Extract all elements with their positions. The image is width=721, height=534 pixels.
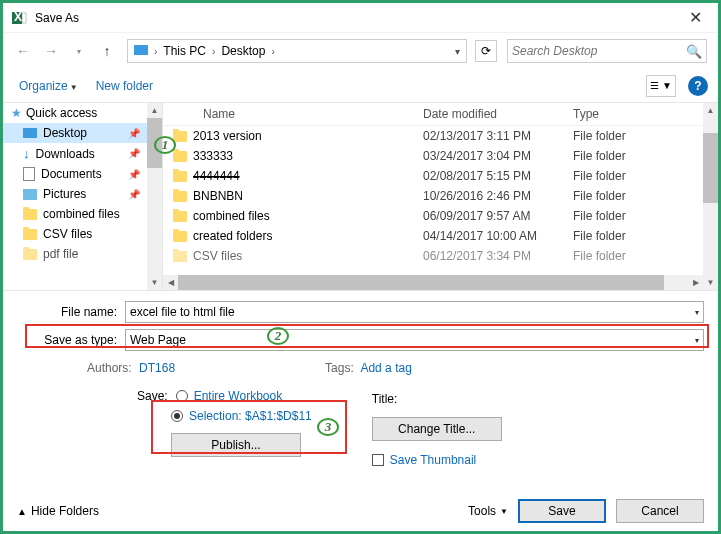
dropdown-icon[interactable]: ▾ bbox=[695, 308, 699, 317]
dropdown-icon[interactable]: ▾ bbox=[695, 336, 699, 345]
excel-icon: X bbox=[11, 10, 27, 26]
search-input[interactable] bbox=[512, 44, 686, 58]
scroll-up-icon[interactable]: ▲ bbox=[147, 103, 162, 118]
save-button[interactable]: Save bbox=[518, 499, 606, 523]
search-icon[interactable]: 🔍 bbox=[686, 44, 702, 59]
close-icon[interactable]: ✕ bbox=[681, 8, 710, 27]
title-label: Title: bbox=[372, 392, 398, 406]
sidebar-item-combined[interactable]: combined files bbox=[3, 204, 162, 224]
sidebar-item-downloads[interactable]: ↓ Downloads 📌 bbox=[3, 143, 162, 164]
address-bar[interactable]: › This PC › Desktop › ▾ bbox=[127, 39, 467, 63]
col-name[interactable]: Name bbox=[173, 107, 423, 121]
file-row[interactable]: 33333303/24/2017 3:04 PMFile folder bbox=[173, 146, 708, 166]
refresh-button[interactable]: ⟳ bbox=[475, 40, 497, 62]
scroll-down-icon[interactable]: ▼ bbox=[147, 275, 162, 290]
chevron-right-icon[interactable]: › bbox=[210, 46, 217, 57]
selection-radio[interactable] bbox=[171, 410, 183, 422]
save-label: Save: bbox=[137, 389, 168, 403]
column-headers: Name Date modified Type bbox=[163, 103, 718, 126]
col-modified[interactable]: Date modified bbox=[423, 107, 573, 121]
sidebar-item-pdf[interactable]: pdf file bbox=[3, 244, 162, 264]
save-thumbnail-label[interactable]: Save Thumbnail bbox=[390, 453, 477, 467]
file-row[interactable]: combined files06/09/2017 9:57 AMFile fol… bbox=[173, 206, 708, 226]
folder-icon bbox=[173, 131, 187, 142]
tags-value[interactable]: Add a tag bbox=[360, 361, 411, 375]
sidebar-item-csv[interactable]: CSV files bbox=[3, 224, 162, 244]
save-type-field[interactable]: Web Page ▾ bbox=[125, 329, 704, 351]
save-thumbnail-checkbox[interactable] bbox=[372, 454, 384, 466]
col-type[interactable]: Type bbox=[573, 107, 673, 121]
scroll-up-icon[interactable]: ▲ bbox=[703, 103, 718, 118]
chevron-right-icon[interactable]: › bbox=[152, 46, 159, 57]
file-name-field[interactable]: ▾ bbox=[125, 301, 704, 323]
file-row[interactable]: created folders04/14/2017 10:00 AMFile f… bbox=[173, 226, 708, 246]
up-button[interactable]: ↑ bbox=[95, 39, 119, 63]
save-type-value: Web Page bbox=[130, 333, 186, 347]
sidebar-item-pictures[interactable]: Pictures 📌 bbox=[3, 184, 162, 204]
file-row[interactable]: CSV files06/12/2017 3:34 PMFile folder bbox=[173, 246, 708, 266]
save-type-row: Save as type: Web Page ▾ bbox=[17, 329, 704, 351]
file-list: Name Date modified Type 2013 version02/1… bbox=[163, 103, 718, 290]
scroll-left-icon[interactable]: ◀ bbox=[163, 275, 178, 290]
bottom-bar: ▲ Hide Folders Tools ▼ Save Cancel bbox=[3, 491, 718, 531]
scroll-right-icon[interactable]: ▶ bbox=[688, 275, 703, 290]
svg-text:X: X bbox=[14, 10, 22, 24]
chevron-up-icon: ▲ bbox=[17, 506, 27, 517]
search-box[interactable]: 🔍 bbox=[507, 39, 707, 63]
folder-icon bbox=[173, 191, 187, 202]
cancel-button[interactable]: Cancel bbox=[616, 499, 704, 523]
new-folder-button[interactable]: New folder bbox=[90, 77, 159, 95]
file-scrollbar-h[interactable]: ◀ ▶ bbox=[163, 275, 703, 290]
sidebar-item-desktop[interactable]: Desktop 📌 bbox=[3, 123, 162, 143]
meta-row: Authors: DT168 Tags: Add a tag bbox=[17, 357, 704, 379]
scroll-thumb[interactable] bbox=[147, 118, 162, 168]
address-dropdown[interactable]: ▾ bbox=[451, 46, 464, 57]
authors-value[interactable]: DT168 bbox=[139, 361, 175, 375]
file-row[interactable]: 444444402/08/2017 5:15 PMFile folder bbox=[173, 166, 708, 186]
scroll-thumb[interactable] bbox=[703, 133, 718, 203]
tools-button[interactable]: Tools ▼ bbox=[468, 504, 508, 518]
hide-folders-button[interactable]: ▲ Hide Folders bbox=[17, 504, 99, 518]
crumb-this-pc[interactable]: This PC bbox=[159, 44, 210, 58]
organize-button[interactable]: Organize▼ bbox=[13, 77, 84, 95]
file-name-row: File name: ▾ bbox=[17, 301, 704, 323]
save-type-label: Save as type: bbox=[17, 333, 117, 347]
download-icon: ↓ bbox=[23, 146, 30, 161]
folder-icon bbox=[23, 209, 37, 220]
file-name-input[interactable] bbox=[130, 305, 695, 319]
view-options-button[interactable]: ☰ ▼ bbox=[646, 75, 676, 97]
recent-dropdown[interactable]: ▾ bbox=[67, 39, 91, 63]
scroll-thumb[interactable] bbox=[178, 275, 664, 290]
chevron-right-icon[interactable]: › bbox=[269, 46, 276, 57]
folder-icon bbox=[23, 229, 37, 240]
change-title-button[interactable]: Change Title... bbox=[372, 417, 502, 441]
folder-icon bbox=[173, 231, 187, 242]
sidebar-item-documents[interactable]: Documents 📌 bbox=[3, 164, 162, 184]
file-rows: 2013 version02/13/2017 3:11 PMFile folde… bbox=[163, 126, 718, 266]
quick-access[interactable]: ★ Quick access bbox=[3, 103, 162, 123]
pin-icon: 📌 bbox=[128, 128, 140, 139]
file-name-label: File name: bbox=[17, 305, 117, 319]
back-button[interactable]: ← bbox=[11, 39, 35, 63]
desktop-icon bbox=[23, 128, 37, 138]
folder-icon bbox=[173, 211, 187, 222]
entire-workbook-radio[interactable] bbox=[176, 390, 188, 402]
star-icon: ★ bbox=[11, 106, 22, 120]
document-icon bbox=[23, 167, 35, 181]
scroll-down-icon[interactable]: ▼ bbox=[703, 275, 718, 290]
help-icon[interactable]: ? bbox=[688, 76, 708, 96]
publish-button[interactable]: Publish... bbox=[171, 433, 301, 457]
file-row[interactable]: BNBNBN10/26/2016 2:46 PMFile folder bbox=[173, 186, 708, 206]
title-field[interactable] bbox=[403, 389, 523, 409]
selection-label[interactable]: Selection: $A$1:$D$11 bbox=[189, 409, 312, 423]
titlebar: X Save As ✕ bbox=[3, 3, 718, 33]
entire-workbook-label[interactable]: Entire Workbook bbox=[194, 389, 282, 403]
folder-icon bbox=[173, 151, 187, 162]
forward-button: → bbox=[39, 39, 63, 63]
sidebar-scrollbar[interactable]: ▲ ▼ bbox=[147, 103, 162, 290]
file-scrollbar-v[interactable]: ▲ ▼ bbox=[703, 103, 718, 290]
file-row[interactable]: 2013 version02/13/2017 3:11 PMFile folde… bbox=[173, 126, 708, 146]
crumb-desktop[interactable]: Desktop bbox=[217, 44, 269, 58]
navigation-sidebar: ★ Quick access Desktop 📌 ↓ Downloads 📌 D… bbox=[3, 103, 163, 290]
nav-bar: ← → ▾ ↑ › This PC › Desktop › ▾ ⟳ 🔍 bbox=[3, 33, 718, 69]
